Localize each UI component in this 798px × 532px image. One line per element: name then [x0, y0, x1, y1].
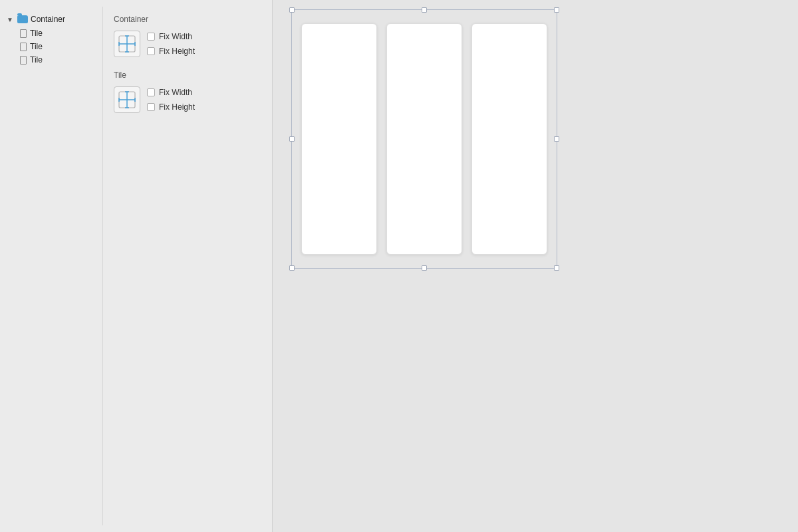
tile-props-label: Tile: [114, 70, 261, 80]
container-fix-width-row[interactable]: Fix Width: [147, 32, 195, 41]
tree-container-row[interactable]: ▼ Container: [0, 12, 102, 27]
container-tree-label: Container: [31, 15, 65, 24]
app-layout: ▼ Container Tile Tile Tile: [0, 0, 798, 532]
container-fix-height-row[interactable]: Fix Height: [147, 47, 195, 56]
left-panel: ▼ Container Tile Tile Tile: [0, 0, 273, 532]
handle-bot-left[interactable]: [289, 265, 295, 271]
handle-bot-center[interactable]: [422, 265, 427, 271]
tile-fix-width-row[interactable]: Fix Width: [147, 88, 195, 97]
tile-rect-icon-3: [20, 56, 27, 65]
container-constraint-icon-box: [114, 31, 140, 57]
container-fix-height-checkbox[interactable]: [147, 47, 155, 55]
tree-arrow-icon: ▼: [7, 16, 15, 23]
handle-mid-left[interactable]: [289, 136, 295, 142]
tile-fix-height-label: Fix Height: [159, 102, 195, 112]
tile-props-group: Tile: [114, 70, 261, 113]
tree-column: ▼ Container Tile Tile Tile: [0, 7, 103, 525]
tile-fix-width-label: Fix Width: [159, 88, 192, 97]
container-props-label: Container: [114, 15, 261, 24]
handle-top-left[interactable]: [289, 7, 295, 13]
tile-fix-width-checkbox[interactable]: [147, 88, 155, 96]
left-panel-inner: ▼ Container Tile Tile Tile: [0, 7, 272, 525]
tile-fix-height-row[interactable]: Fix Height: [147, 102, 195, 112]
tree-tile-row-1[interactable]: Tile: [0, 27, 102, 40]
tile-fix-height-checkbox[interactable]: [147, 103, 155, 111]
canvas-area: [273, 0, 798, 532]
tree-tile-row-3[interactable]: Tile: [0, 53, 102, 66]
tile-prop-row: Fix Width Fix Height: [114, 86, 261, 113]
container-prop-row: Fix Width Fix Height: [114, 31, 261, 57]
tile-label-1: Tile: [30, 29, 43, 38]
tile-card-3[interactable]: [471, 23, 547, 255]
tile-constraint-icon-box: [114, 86, 140, 113]
tree-tile-row-2[interactable]: Tile: [0, 40, 102, 53]
tile-card-2[interactable]: [386, 23, 462, 255]
selection-box[interactable]: [291, 9, 557, 269]
container-checkboxes: Fix Width Fix Height: [147, 32, 195, 56]
tile-constraint-svg: [118, 90, 136, 109]
handle-top-right[interactable]: [554, 7, 559, 13]
handle-bot-right[interactable]: [554, 265, 559, 271]
container-fix-width-label: Fix Width: [159, 32, 192, 41]
container-constraint-svg: [118, 35, 136, 53]
tile-label-2: Tile: [30, 42, 43, 51]
folder-icon: [17, 15, 28, 23]
tile-rect-icon-1: [20, 29, 27, 38]
container-fix-height-label: Fix Height: [159, 47, 195, 56]
tile-label-3: Tile: [30, 55, 43, 65]
tiles-row: [301, 23, 547, 255]
tile-rect-icon-2: [20, 43, 27, 51]
tile-checkboxes: Fix Width Fix Height: [147, 88, 195, 112]
props-column: Container: [103, 7, 272, 525]
handle-mid-right[interactable]: [554, 136, 559, 142]
container-props-group: Container: [114, 15, 261, 57]
tile-card-1[interactable]: [301, 23, 377, 255]
container-fix-width-checkbox[interactable]: [147, 33, 155, 41]
handle-top-center[interactable]: [422, 7, 427, 13]
